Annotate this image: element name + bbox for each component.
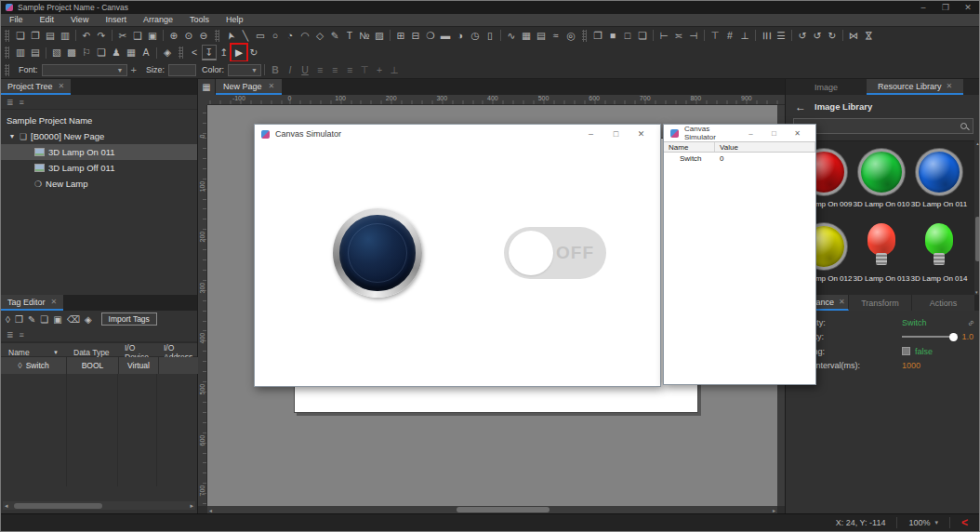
alarm-manager-icon[interactable]: ⚐ xyxy=(79,45,94,60)
import-tags-button[interactable]: Import Tags xyxy=(101,313,157,326)
valign-middle-icon[interactable]: + xyxy=(372,62,387,78)
card-widget-icon[interactable]: ▯ xyxy=(483,28,497,44)
maximize-button[interactable]: □ xyxy=(762,129,786,138)
property-value-number[interactable]: 1000 xyxy=(902,361,920,370)
toggle-knob[interactable] xyxy=(509,231,553,275)
send-backward-icon[interactable]: □ xyxy=(620,28,635,44)
column-header-data-type[interactable]: Data Type xyxy=(66,348,117,357)
tag-editor-hscrollbar[interactable]: ◂ ▸ xyxy=(3,501,195,510)
distribute-v-icon[interactable]: ☰ xyxy=(774,28,788,44)
tag-datatype-cell[interactable]: BOOL xyxy=(67,357,118,374)
run-simulator-icon[interactable]: ▶ xyxy=(232,45,246,60)
polygon-tool-icon[interactable]: ◇ xyxy=(312,28,327,44)
tree-item--b0000-new-page[interactable]: ▼❏[B0000] New Page xyxy=(1,128,197,144)
arc-tool-icon[interactable]: ◠ xyxy=(298,28,312,44)
delete-tag-icon[interactable]: ⌫ xyxy=(67,314,80,325)
rect-tool-icon[interactable]: ▭ xyxy=(253,28,268,44)
collapse-all-icon[interactable]: ≣ xyxy=(7,98,14,107)
page-list-icon[interactable]: ▤ xyxy=(28,45,43,60)
close-icon[interactable]: ✕ xyxy=(269,82,275,90)
export-tags-icon[interactable]: ◈ xyxy=(85,314,92,325)
align-center-icon[interactable]: ≍ xyxy=(671,28,686,44)
slider-knob[interactable] xyxy=(949,333,958,341)
align-bottom-icon[interactable]: ⊥ xyxy=(737,28,752,44)
close-icon[interactable]: ✕ xyxy=(59,82,65,90)
close-button[interactable]: ✕ xyxy=(629,129,654,139)
lamp-indicator[interactable] xyxy=(333,208,422,298)
zoom-reset-icon[interactable]: ⊙ xyxy=(181,28,196,44)
add-font-button[interactable]: + xyxy=(131,64,137,75)
text-tool-icon[interactable]: T xyxy=(342,28,357,44)
tab-transform[interactable]: Transform xyxy=(849,295,912,311)
edit-tag-icon[interactable]: ✎ xyxy=(28,314,35,325)
flip-vertical-icon[interactable]: ⋈ xyxy=(861,28,877,43)
text-align-right-icon[interactable]: ≡ xyxy=(342,62,357,78)
image-tool-icon[interactable]: ▨ xyxy=(372,28,387,44)
scroll-up-arrow-icon[interactable]: ▴ xyxy=(976,140,979,146)
recipe-manager-icon[interactable]: ❏ xyxy=(94,45,109,60)
library-item-3d-lamp-on-014[interactable]: 3D Lamp On 014 xyxy=(910,223,968,294)
data-viewer-icon[interactable]: ◎ xyxy=(563,28,578,44)
open-project-icon[interactable]: ❐ xyxy=(28,28,43,44)
simulator-window[interactable]: Canvas Simulator – □ ✕ OFF xyxy=(254,124,661,387)
font-select[interactable]: ▼ xyxy=(42,64,127,76)
tab-project-tree[interactable]: Project Tree ✕ xyxy=(1,79,71,95)
maximize-button[interactable]: ❐ xyxy=(934,1,957,14)
new-tag-doc-icon[interactable]: ❏ xyxy=(40,314,48,325)
tree-item-3d-lamp-off-011[interactable]: 3D Lamp Off 011 xyxy=(1,160,197,176)
image-manager-icon[interactable]: ▧ xyxy=(49,45,64,60)
toggle-switch[interactable]: OFF xyxy=(504,227,606,279)
save-all-icon[interactable]: ▥ xyxy=(58,28,73,44)
numeric-tool-icon[interactable]: № xyxy=(357,28,372,44)
run-online-icon[interactable]: ↻ xyxy=(246,45,261,60)
button-widget-icon[interactable]: ▬ xyxy=(438,28,453,44)
upload-project-icon[interactable]: ↥ xyxy=(217,45,232,60)
chart-widget-icon[interactable]: ∿ xyxy=(504,28,519,44)
expand-arrow-icon[interactable]: ▼ xyxy=(8,133,16,140)
tag-manager-icon[interactable]: ◈ xyxy=(160,45,175,60)
tree-root-project[interactable]: Sample Project Name xyxy=(1,113,197,128)
zoom-out-icon[interactable]: ⊖ xyxy=(196,28,211,44)
scrollbar-thumb[interactable] xyxy=(457,507,550,512)
align-top-icon[interactable]: ⊤ xyxy=(708,28,722,44)
align-right-icon[interactable]: ⊣ xyxy=(686,28,701,44)
tag-iodevice-cell[interactable]: Virtual xyxy=(119,357,158,374)
simulator-titlebar[interactable]: Canvas Simulator – □ ✕ xyxy=(255,125,660,143)
library-search-input[interactable] xyxy=(793,118,973,134)
user-manager-icon[interactable]: ♟ xyxy=(109,45,124,60)
close-icon[interactable]: ✕ xyxy=(839,298,845,306)
align-left-icon[interactable]: ⊢ xyxy=(656,28,671,44)
thumbnails-vscrollbar[interactable]: ▴ ▾ xyxy=(974,140,980,295)
bold-button[interactable]: B xyxy=(268,62,283,78)
pie-tool-icon[interactable]: ◔ xyxy=(283,28,298,44)
simulator-watch-window[interactable]: Canvas Simulator – □ ✕ NameValue Switch0 xyxy=(663,124,816,385)
sort-arrow-icon[interactable]: ▼ xyxy=(49,350,62,355)
expand-all-icon[interactable]: ≡ xyxy=(20,98,24,107)
pen-tool-icon[interactable]: ✎ xyxy=(327,28,342,44)
blinking-checkbox[interactable] xyxy=(902,347,910,355)
scroll-left-arrow-icon[interactable]: ◂ xyxy=(209,507,212,513)
send-to-back-icon[interactable]: ❏ xyxy=(635,28,650,44)
tab-new-page[interactable]: New Page ✕ xyxy=(216,79,282,95)
close-button[interactable]: ✕ xyxy=(957,1,979,14)
text-align-left-icon[interactable]: ≡ xyxy=(312,62,327,78)
lamp-widget-icon[interactable]: ❍ xyxy=(423,28,438,44)
maximize-button[interactable]: □ xyxy=(603,129,629,139)
simulator-titlebar[interactable]: Canvas Simulator – □ ✕ xyxy=(664,125,815,141)
clock-widget-icon[interactable]: ◷ xyxy=(468,28,483,44)
font-manager-icon[interactable]: A xyxy=(139,45,153,60)
watch-row[interactable]: Switch0 xyxy=(664,153,815,165)
valign-top-icon[interactable]: ⊤ xyxy=(357,62,372,78)
valign-bottom-icon[interactable]: ⊥ xyxy=(387,62,402,78)
link-icon[interactable]: ∞ xyxy=(965,317,976,328)
close-icon[interactable]: ✕ xyxy=(947,82,953,90)
rotate-180-icon[interactable]: ↺ xyxy=(810,28,825,44)
canvas-hscrollbar[interactable]: ◂ ▸ xyxy=(207,506,777,513)
scroll-right-arrow-icon[interactable]: ▸ xyxy=(190,502,193,510)
tree-item-new-lamp[interactable]: ❍New Lamp xyxy=(1,176,197,192)
cut-icon[interactable]: ✂ xyxy=(115,28,130,44)
new-file-icon[interactable]: ❏ xyxy=(13,28,28,44)
save-icon[interactable]: ▤ xyxy=(43,28,58,44)
connect-icon[interactable]: < xyxy=(187,45,202,60)
color-select[interactable]: ▼ xyxy=(228,64,261,76)
